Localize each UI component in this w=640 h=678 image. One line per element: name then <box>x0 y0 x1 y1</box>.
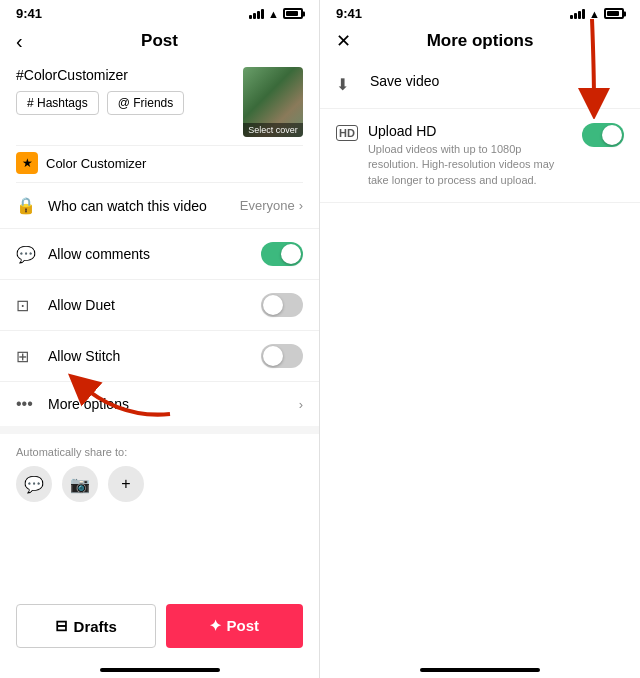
bottom-buttons: ⊟ Drafts ✦ Post <box>0 594 319 664</box>
share-section: Automatically share to: 💬 📷 + <box>0 434 319 508</box>
share-messages-button[interactable]: 💬 <box>16 466 52 502</box>
caption-hashtag[interactable]: #ColorCustomizer <box>16 67 231 83</box>
share-title: Automatically share to: <box>16 446 303 458</box>
more-options-label: More options <box>48 396 299 412</box>
left-header: ‹ Post <box>0 25 319 59</box>
right-wifi-icon: ▲ <box>589 8 600 20</box>
right-time: 9:41 <box>336 6 362 21</box>
color-customizer-label: Color Customizer <box>46 156 146 171</box>
post-label: ✦ Post <box>209 617 259 635</box>
allow-stitch-toggle[interactable] <box>261 344 303 368</box>
who-can-watch-label: Who can watch this video <box>48 198 240 214</box>
video-thumbnail[interactable]: Select cover <box>243 67 303 137</box>
left-home-indicator <box>100 668 220 672</box>
share-add-button[interactable]: + <box>108 466 144 502</box>
upload-hd-desc: Upload videos with up to 1080p resolutio… <box>368 142 574 188</box>
upload-hd-text: Upload HD Upload videos with up to 1080p… <box>368 123 574 188</box>
friends-button[interactable]: @ Friends <box>107 91 185 115</box>
left-status-bar: 9:41 ▲ <box>0 0 319 25</box>
left-header-title: Post <box>141 31 178 51</box>
allow-stitch-label: Allow Stitch <box>48 348 261 364</box>
save-video-title: Save video <box>370 73 624 89</box>
right-content: ⬇ Save video HD Upload HD Upload videos … <box>320 59 640 664</box>
more-options-container: ••• More options › <box>0 382 319 426</box>
drafts-icon: ⊟ <box>55 617 68 635</box>
post-button[interactable]: ✦ Post <box>166 604 304 648</box>
upload-hd-row[interactable]: HD Upload HD Upload videos with up to 10… <box>320 109 640 203</box>
right-home-indicator <box>420 668 540 672</box>
hashtags-button[interactable]: # Hashtags <box>16 91 99 115</box>
allow-duet-label: Allow Duet <box>48 297 261 313</box>
signal-icon <box>249 9 264 19</box>
caption-text-area: #ColorCustomizer # Hashtags @ Friends <box>16 67 231 115</box>
more-options-chevron-icon: › <box>299 397 303 412</box>
save-video-row[interactable]: ⬇ Save video <box>320 59 640 109</box>
post-content: #ColorCustomizer # Hashtags @ Friends Se… <box>0 59 319 594</box>
upload-hd-title: Upload HD <box>368 123 574 139</box>
chevron-icon: › <box>299 198 303 213</box>
divider-full <box>0 426 319 434</box>
right-status-bar: 9:41 ▲ <box>320 0 640 25</box>
upload-hd-toggle[interactable] <box>582 123 624 147</box>
caption-tags: # Hashtags @ Friends <box>16 91 231 115</box>
left-time: 9:41 <box>16 6 42 21</box>
right-header: ✕ More options <box>320 25 640 59</box>
allow-duet-row[interactable]: ⊡ Allow Duet <box>0 280 319 331</box>
comment-icon: 💬 <box>16 245 38 264</box>
drafts-button[interactable]: ⊟ Drafts <box>16 604 156 648</box>
more-dots-icon: ••• <box>16 395 38 413</box>
who-can-watch-value: Everyone <box>240 198 295 213</box>
color-customizer-row[interactable]: ★ Color Customizer <box>0 146 319 182</box>
duet-icon: ⊡ <box>16 296 38 315</box>
right-signal-icon <box>570 9 585 19</box>
allow-comments-row[interactable]: 💬 Allow comments <box>0 229 319 280</box>
save-video-text: Save video <box>370 73 624 89</box>
more-options-row[interactable]: ••• More options › <box>0 382 319 426</box>
right-battery-icon <box>604 8 624 19</box>
caption-row: #ColorCustomizer # Hashtags @ Friends Se… <box>0 59 319 145</box>
right-status-icons: ▲ <box>570 8 624 20</box>
drafts-label: Drafts <box>74 618 117 635</box>
hd-icon: HD <box>336 125 358 141</box>
allow-stitch-row[interactable]: ⊞ Allow Stitch <box>0 331 319 382</box>
stitch-icon: ⊞ <box>16 347 38 366</box>
share-icons: 💬 📷 + <box>16 466 303 502</box>
share-instagram-button[interactable]: 📷 <box>62 466 98 502</box>
who-can-watch-row[interactable]: 🔒 Who can watch this video Everyone › <box>0 183 319 229</box>
lock-icon: 🔒 <box>16 196 38 215</box>
close-button[interactable]: ✕ <box>336 30 351 52</box>
save-video-icon: ⬇ <box>336 75 360 94</box>
left-status-icons: ▲ <box>249 8 303 20</box>
allow-comments-label: Allow comments <box>48 246 261 262</box>
upload-hd-container: HD Upload HD Upload videos with up to 10… <box>320 109 640 203</box>
select-cover-label[interactable]: Select cover <box>243 123 303 137</box>
color-customizer-icon: ★ <box>16 152 38 174</box>
back-button[interactable]: ‹ <box>16 30 23 53</box>
wifi-icon: ▲ <box>268 8 279 20</box>
battery-icon <box>283 8 303 19</box>
allow-duet-toggle[interactable] <box>261 293 303 317</box>
right-header-title: More options <box>427 31 534 51</box>
allow-comments-toggle[interactable] <box>261 242 303 266</box>
